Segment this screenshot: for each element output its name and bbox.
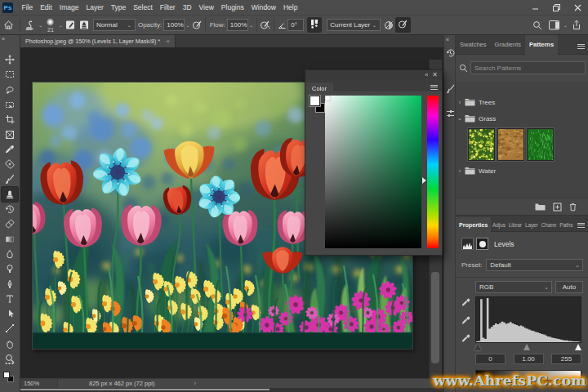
menu-3d[interactable]: 3D bbox=[179, 0, 195, 15]
chevron-down-icon[interactable]: ⌄ bbox=[249, 22, 253, 29]
tool-marquee[interactable] bbox=[2, 67, 18, 82]
tool-shape[interactable] bbox=[2, 321, 18, 336]
chevron-down-icon[interactable]: ⌄ bbox=[456, 115, 464, 122]
toggle-brush-panel-icon[interactable] bbox=[64, 20, 78, 30]
menu-window[interactable]: Window bbox=[247, 0, 279, 15]
pattern-group-trees[interactable]: ›Trees bbox=[456, 94, 588, 110]
tool-crop[interactable] bbox=[2, 112, 18, 127]
brush-settings-panel-icon[interactable] bbox=[445, 107, 455, 120]
pattern-thumb-dirt[interactable] bbox=[497, 128, 524, 161]
pressure-size-toggle[interactable] bbox=[395, 17, 411, 33]
foreground-color-swatch[interactable] bbox=[310, 96, 320, 106]
tab-adjus[interactable]: Adjus bbox=[491, 217, 507, 234]
toggle-clone-source-icon[interactable] bbox=[78, 20, 91, 30]
tool-eraser[interactable] bbox=[2, 216, 18, 231]
menu-help[interactable]: Help bbox=[279, 0, 301, 15]
menu-edit[interactable]: Edit bbox=[37, 0, 56, 15]
menu-image[interactable]: Image bbox=[56, 0, 82, 15]
close-panel-icon[interactable]: ✕ bbox=[432, 71, 437, 78]
tab-gradients[interactable]: Gradients bbox=[491, 35, 526, 55]
angle-field[interactable]: 0° bbox=[287, 19, 304, 31]
new-group-icon[interactable] bbox=[535, 203, 546, 212]
tab-swatches[interactable]: Swatches bbox=[456, 35, 491, 55]
menu-plugins[interactable]: Plugins bbox=[217, 0, 247, 15]
tool-gradient[interactable] bbox=[2, 232, 18, 247]
restore-button[interactable] bbox=[546, 0, 567, 15]
menu-select[interactable]: Select bbox=[130, 0, 157, 15]
tool-preset-icon[interactable] bbox=[22, 20, 38, 30]
chevron-right-icon[interactable]: › bbox=[456, 100, 464, 105]
chevron-right-icon[interactable]: › bbox=[456, 168, 464, 174]
tool-lasso[interactable] bbox=[2, 82, 18, 97]
foreground-background-swatches[interactable] bbox=[3, 372, 16, 383]
tool-object-selection[interactable] bbox=[2, 97, 18, 112]
pattern-group-water[interactable]: ›Water bbox=[456, 163, 588, 179]
new-pattern-icon[interactable] bbox=[553, 203, 562, 212]
close-button[interactable] bbox=[567, 0, 588, 15]
panel-menu-icon[interactable] bbox=[430, 83, 438, 91]
gray-point-eyedropper-icon[interactable] bbox=[461, 315, 471, 326]
search-icon[interactable] bbox=[528, 20, 546, 30]
horizontal-scrollbar[interactable] bbox=[20, 388, 443, 392]
menu-view[interactable]: View bbox=[195, 0, 217, 15]
black-point-eyedropper-icon[interactable] bbox=[461, 297, 471, 308]
tab-layer[interactable]: Layer bbox=[523, 217, 540, 234]
toolbar-expand-icon[interactable]: » bbox=[2, 36, 4, 42]
pattern-thumb-meadow[interactable] bbox=[468, 128, 495, 161]
history-panel-icon[interactable] bbox=[445, 47, 455, 60]
white-input-slider[interactable] bbox=[575, 344, 581, 350]
tool-type[interactable] bbox=[2, 292, 18, 306]
minimize-button[interactable] bbox=[524, 0, 546, 15]
preset-select[interactable]: Default ⌄ bbox=[486, 259, 583, 271]
tool-dodge[interactable] bbox=[2, 261, 18, 276]
tool-path-selection[interactable] bbox=[2, 306, 18, 321]
chevron-down-icon[interactable]: ⌄ bbox=[185, 22, 189, 29]
document-tab[interactable]: Photoshop.jpeg @ 150% (Levels 1, Layer M… bbox=[20, 35, 176, 47]
delete-icon[interactable] bbox=[569, 203, 577, 212]
gamma-slider[interactable] bbox=[523, 344, 530, 350]
white-point-eyedropper-icon[interactable] bbox=[461, 333, 471, 344]
chevron-down-icon[interactable]: ⌄ bbox=[58, 22, 62, 29]
home-icon[interactable] bbox=[0, 20, 17, 30]
dock-expand-icon[interactable]: « bbox=[446, 37, 448, 42]
color-panel-titlebar[interactable]: « ✕ bbox=[305, 70, 442, 79]
share-icon[interactable] bbox=[568, 20, 585, 30]
hue-slider-marker[interactable] bbox=[422, 177, 426, 184]
tool-eyedropper[interactable] bbox=[2, 142, 18, 157]
horizontal-scrollbar-thumb[interactable] bbox=[20, 389, 270, 391]
menu-file[interactable]: File bbox=[18, 0, 37, 15]
auto-button[interactable]: Auto bbox=[555, 281, 583, 293]
opacity-field[interactable]: 100% bbox=[163, 19, 185, 31]
chevron-down-icon[interactable]: ⌄ bbox=[564, 22, 568, 29]
black-input-slider[interactable] bbox=[474, 344, 481, 350]
ignore-adjustment-layers-icon[interactable] bbox=[382, 20, 395, 30]
airbrush-icon[interactable] bbox=[259, 20, 271, 30]
tab-properties[interactable]: Properties bbox=[456, 217, 491, 234]
levels-histogram[interactable] bbox=[475, 296, 581, 343]
pressure-opacity-icon[interactable] bbox=[191, 20, 203, 30]
tool-clone-stamp[interactable] bbox=[2, 187, 18, 202]
brush-preview[interactable]: 21 bbox=[43, 18, 57, 33]
channel-select[interactable]: RGB ⌄ bbox=[475, 281, 552, 293]
foreground-color[interactable] bbox=[3, 372, 10, 378]
panel-menu-icon[interactable] bbox=[577, 42, 585, 50]
status-chevron-icon[interactable]: › bbox=[194, 380, 196, 387]
tool-hand[interactable] bbox=[2, 336, 18, 351]
collapse-panel-icon[interactable]: « bbox=[425, 72, 427, 78]
menu-layer[interactable]: Layer bbox=[82, 0, 107, 15]
tool-healing-brush[interactable] bbox=[2, 157, 18, 172]
tool-brush[interactable] bbox=[2, 172, 18, 186]
tab-chann[interactable]: Chann bbox=[540, 217, 559, 234]
black-input-field[interactable]: 0 bbox=[475, 354, 506, 364]
tab-paths[interactable]: Paths bbox=[558, 217, 574, 234]
tool-blur[interactable] bbox=[2, 247, 18, 261]
chevron-down-icon[interactable]: ⌄ bbox=[38, 22, 42, 29]
flow-field[interactable]: 100% bbox=[227, 19, 248, 31]
pattern-group-grass[interactable]: ⌄Grass bbox=[456, 110, 588, 127]
menu-type[interactable]: Type bbox=[107, 0, 129, 15]
aligned-toggle[interactable] bbox=[307, 17, 322, 33]
tool-history-brush[interactable] bbox=[2, 202, 18, 216]
pattern-thumb-grass[interactable] bbox=[527, 128, 554, 161]
tool-move[interactable] bbox=[2, 52, 18, 67]
blend-mode-select[interactable]: Normal ⌄ bbox=[93, 19, 136, 31]
